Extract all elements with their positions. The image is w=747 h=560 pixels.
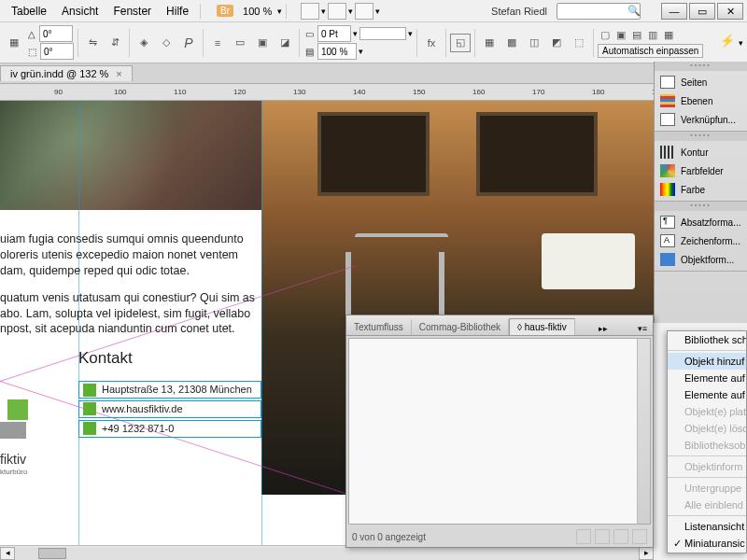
arrange-dropdown[interactable]: [355, 3, 374, 20]
library-body[interactable]: [348, 338, 651, 525]
ctx-item: Objekt(e) lösc: [668, 420, 746, 437]
scroll-right-button[interactable]: ▸: [639, 547, 654, 560]
library-scrollbar[interactable]: [637, 339, 650, 524]
phone-icon: [83, 422, 96, 435]
placed-image-rooftop[interactable]: [0, 101, 261, 210]
flip-v-icon[interactable]: ⇵: [105, 34, 125, 52]
ctx-item[interactable]: Objekt hinzuf: [668, 353, 746, 370]
fit2-icon[interactable]: ▣: [613, 28, 628, 43]
bullets-icon[interactable]: ≡: [207, 34, 228, 52]
body-text-p2: quatum venis utatusam qui conestiur? Qui…: [0, 290, 261, 338]
wrap-icon[interactable]: ▭: [230, 34, 250, 52]
corner-icon[interactable]: ◱: [450, 34, 471, 52]
tab-textumfluss[interactable]: Textumfluss: [346, 319, 412, 335]
user-label: Stefan Riedl: [482, 6, 557, 17]
shear-input[interactable]: [40, 43, 74, 60]
textwrap3-icon[interactable]: ◫: [524, 34, 544, 52]
quick-apply-icon[interactable]: ⚡: [720, 34, 737, 52]
screen-mode-dropdown[interactable]: [328, 3, 346, 20]
menu-ansicht[interactable]: Ansicht: [54, 3, 106, 20]
panel-ebenen[interactable]: Ebenen: [655, 91, 747, 110]
textwrap4-icon[interactable]: ◩: [546, 34, 567, 52]
pages-icon: [660, 76, 675, 89]
menu-tabelle[interactable]: Tabelle: [4, 3, 54, 20]
panel-zeichen[interactable]: Zeichenform...: [655, 231, 747, 250]
scale-label: ▤: [303, 47, 316, 57]
panel-links[interactable]: Verknüpfun...: [655, 110, 747, 129]
p-icon[interactable]: P: [178, 34, 199, 52]
lib-thumb-icon[interactable]: [595, 529, 610, 544]
minimize-button[interactable]: —: [661, 3, 687, 20]
panel-handle[interactable]: ▪▪▪▪▪: [655, 132, 747, 141]
panel-objekt[interactable]: Objektform...: [655, 250, 747, 269]
lib-trash-icon[interactable]: [632, 529, 647, 544]
auto-fit-checkbox[interactable]: Automatisch einpassen: [598, 44, 703, 58]
stroke-icon: [660, 146, 675, 159]
effects-icon[interactable]: fx: [421, 34, 442, 52]
color-icon: [660, 183, 675, 196]
ctx-item[interactable]: ✓Miniaturansic: [668, 535, 746, 553]
logo-subtitle: kturbüro: [0, 468, 27, 476]
tool-icon[interactable]: ▦: [4, 34, 24, 52]
scroll-track[interactable]: [15, 547, 639, 560]
fit1-icon[interactable]: ▢: [598, 28, 613, 43]
ctx-item[interactable]: Elemente auf: [668, 370, 746, 386]
maximize-button[interactable]: ▭: [689, 3, 715, 20]
panel-farbfelder[interactable]: Farbfelder: [655, 161, 747, 180]
ctx-item[interactable]: Elemente auf: [668, 386, 746, 403]
contact-web-row[interactable]: www.hausfiktiv.de: [78, 400, 261, 418]
shear-label: ⬚: [26, 47, 38, 57]
contact-address-row[interactable]: Hauptstraße 13, 21308 München: [78, 381, 261, 399]
character-styles-icon: [660, 234, 675, 247]
scale-input[interactable]: [317, 43, 357, 60]
flip-h-icon[interactable]: ⇋: [82, 34, 103, 52]
panel-menu-icon[interactable]: ▾≡: [632, 322, 653, 335]
zoom-display[interactable]: 100 %: [237, 6, 277, 17]
tab-hausfiktiv[interactable]: ◊ haus-fiktiv: [509, 318, 575, 335]
bridge-button[interactable]: Br: [217, 5, 233, 17]
tab-commag[interactable]: Commag-Bibliothek: [412, 319, 509, 335]
menu-hilfe[interactable]: Hilfe: [159, 3, 196, 20]
fit4-icon[interactable]: ▥: [645, 28, 660, 43]
menu-fenster[interactable]: Fenster: [106, 3, 159, 20]
stroke-style-dropdown[interactable]: [359, 27, 406, 40]
fit5-icon[interactable]: ▦: [661, 28, 676, 43]
panel-handle[interactable]: ▪▪▪▪▪: [655, 62, 747, 71]
fit3-icon[interactable]: ▤: [629, 28, 644, 43]
control-toolbar: ▦ △ ⬚ ⇋ ⇵ ◈ ◇ P ≡ ▭ ▣ ◪ ▭ ▾ ▾ ▤ ▾ fx: [0, 22, 747, 63]
textwrap5-icon[interactable]: ⬚: [569, 34, 589, 52]
horizontal-ruler[interactable]: 90 100 110 120 130 140 150 160 170 180 1…: [0, 84, 654, 101]
menubar: Tabelle Ansicht Fenster Hilfe Br 100 % ▾…: [0, 0, 747, 22]
logo-graphic[interactable]: [0, 399, 37, 446]
panel-kontur[interactable]: Kontur: [655, 143, 747, 161]
panel-expand-icon[interactable]: ▸▸: [593, 322, 613, 335]
text-frame[interactable]: uiam fugia consedis sumqui omnis queendu…: [0, 231, 261, 440]
wrap2-icon[interactable]: ▣: [252, 34, 273, 52]
close-tab-icon[interactable]: ×: [116, 68, 121, 79]
textwrap2-icon[interactable]: ▩: [501, 34, 522, 52]
library-status: 0 von 0 angezeigt: [352, 532, 426, 542]
library-panel: Textumfluss Commag-Bibliothek ◊ haus-fik…: [345, 315, 654, 548]
scroll-thumb[interactable]: [38, 548, 66, 559]
doc-tab-label: iv grün.indd @ 132 %: [10, 68, 108, 79]
panel-absatz[interactable]: Absatzforma...: [655, 213, 747, 231]
stroke-input[interactable]: [317, 25, 351, 42]
close-button[interactable]: ✕: [717, 3, 743, 20]
ctx-item[interactable]: Listenansicht: [668, 518, 746, 535]
library-tabs: Textumfluss Commag-Bibliothek ◊ haus-fik…: [346, 315, 653, 336]
contact-phone-row[interactable]: +49 1232 871-0: [78, 420, 261, 438]
ctx-item[interactable]: Bibliothek sch: [668, 331, 746, 348]
textwrap1-icon[interactable]: ▦: [479, 34, 500, 52]
doc-tab[interactable]: iv grün.indd @ 132 % ×: [0, 65, 133, 81]
view-mode-dropdown[interactable]: [301, 3, 319, 20]
lib-info-icon[interactable]: [576, 529, 591, 544]
scroll-left-button[interactable]: ◂: [0, 547, 15, 560]
rotation-input[interactable]: [39, 25, 73, 42]
panel-handle[interactable]: ▪▪▪▪▪: [655, 202, 747, 211]
select-content-icon[interactable]: ◈: [134, 34, 154, 52]
wrap3-icon[interactable]: ◪: [275, 34, 295, 52]
lib-new-icon[interactable]: [613, 529, 628, 544]
select-container-icon[interactable]: ◇: [156, 34, 176, 52]
panel-seiten[interactable]: Seiten: [655, 73, 747, 91]
panel-farbe[interactable]: Farbe: [655, 180, 747, 199]
